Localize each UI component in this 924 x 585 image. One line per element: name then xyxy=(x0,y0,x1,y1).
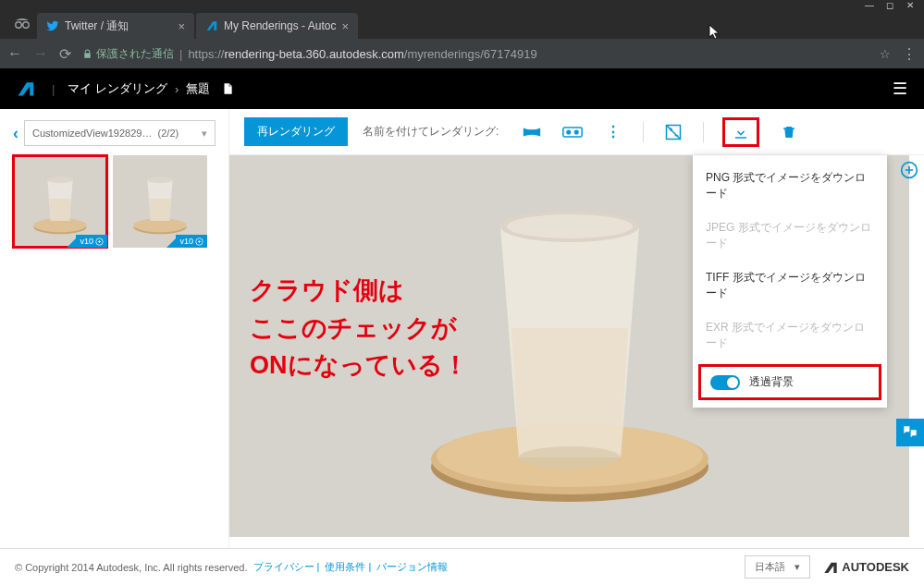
tab-title: Twitter / 通知 xyxy=(65,18,172,34)
download-tiff[interactable]: TIFF 形式でイメージをダウンロード xyxy=(693,261,887,311)
autodesk-icon xyxy=(205,19,218,32)
twitter-icon xyxy=(46,19,59,32)
svg-rect-10 xyxy=(563,127,582,136)
document-icon xyxy=(221,82,234,95)
chevron-down-icon: ▾ xyxy=(202,128,207,140)
minimize-button[interactable]: — xyxy=(859,0,880,9)
download-exr: EXR 形式でイメージをダウンロード xyxy=(693,311,887,360)
download-button[interactable] xyxy=(722,117,759,147)
close-window-button[interactable]: ✕ xyxy=(900,0,920,9)
url-field[interactable]: 保護された通信 | https://rendering-beta.360.aut… xyxy=(82,46,869,62)
download-jpeg: JPEG 形式でイメージをダウンロード xyxy=(693,211,887,261)
browser-tab-autodesk[interactable]: My Renderings - Autoc × xyxy=(196,13,358,39)
browser-tab-twitter[interactable]: Twitter / 通知 × xyxy=(37,13,194,39)
svg-point-12 xyxy=(574,129,579,134)
close-tab-icon[interactable]: × xyxy=(341,19,349,33)
exposure-icon[interactable] xyxy=(662,121,684,143)
stereo-icon[interactable] xyxy=(561,121,584,143)
star-icon[interactable]: ☆ xyxy=(880,47,891,61)
app-header: | マイ レンダリング › 無題 ☰ xyxy=(0,68,924,109)
saveas-label: 名前を付けてレンダリング: xyxy=(363,124,499,140)
version-badge: v10 xyxy=(176,235,207,248)
autodesk-logo-icon[interactable] xyxy=(17,79,35,98)
svg-point-0 xyxy=(16,21,21,27)
breadcrumb-root[interactable]: マイ レンダリング xyxy=(68,80,167,97)
download-menu: PNG 形式でイメージをダウンロード JPEG 形式でイメージをダウンロード T… xyxy=(693,155,887,408)
reload-button[interactable]: ⟳ xyxy=(59,45,71,63)
rerender-button[interactable]: 再レンダリング xyxy=(244,117,348,146)
breadcrumb: マイ レンダリング › 無題 xyxy=(68,80,234,97)
lock-icon xyxy=(82,49,92,59)
thumbnail-2[interactable]: v10 xyxy=(113,155,207,248)
incognito-icon xyxy=(7,17,37,32)
footer-link-version[interactable]: バージョン情報 xyxy=(376,561,448,572)
svg-point-1 xyxy=(23,21,29,27)
maximize-button[interactable]: ◻ xyxy=(880,0,900,9)
language-select[interactable]: 日本語 ▾ xyxy=(745,555,810,579)
forward-button[interactable]: → xyxy=(33,45,48,62)
download-png[interactable]: PNG 形式でイメージをダウンロード xyxy=(693,161,887,211)
add-button[interactable] xyxy=(900,161,918,184)
chevron-down-icon: ▾ xyxy=(795,561,800,573)
svg-point-18 xyxy=(507,214,633,238)
browser-tab-bar: Twitter / 通知 × My Renderings - Autoc × xyxy=(0,9,924,39)
toggle-switch[interactable] xyxy=(710,375,740,390)
version-badge: v10 xyxy=(76,235,107,248)
hamburger-menu-icon[interactable]: ☰ xyxy=(893,79,907,99)
chevron-right-icon: › xyxy=(175,82,179,96)
address-bar: ← → ⟳ 保護された通信 | https://rendering-beta.3… xyxy=(0,39,924,68)
copyright-text: © Copyright 2014 Autodesk, Inc. All righ… xyxy=(15,562,247,573)
svg-point-8 xyxy=(147,177,172,183)
footer-link-privacy[interactable]: プライバシー xyxy=(253,561,314,572)
toggle-label: 透過背景 xyxy=(749,374,794,390)
annotation-text: クラウド側は ここのチェックが ONになっている！ xyxy=(250,272,468,384)
breadcrumb-current: 無題 xyxy=(186,80,210,97)
window-controls: — ◻ ✕ xyxy=(0,0,924,9)
toolbar: 再レンダリング 名前を付けてレンダリング: ⋮ xyxy=(229,109,924,155)
back-arrow-icon[interactable]: ‹ xyxy=(13,124,18,143)
more-icon[interactable]: ⋮ xyxy=(602,121,624,143)
tab-title: My Renderings - Autoc xyxy=(224,19,336,32)
view-dropdown[interactable]: CustomizedView192829… (2/2) ▾ xyxy=(24,120,216,146)
autodesk-brand: AUTODESK xyxy=(823,560,909,575)
footer: © Copyright 2014 Autodesk, Inc. All righ… xyxy=(0,548,924,585)
svg-point-4 xyxy=(47,177,72,183)
browser-menu-icon[interactable]: ⋮ xyxy=(902,45,917,63)
back-button[interactable]: ← xyxy=(7,45,22,62)
footer-link-terms[interactable]: 使用条件 xyxy=(325,561,365,572)
transparent-bg-toggle-row[interactable]: 透過背景 xyxy=(698,364,881,400)
feedback-button[interactable] xyxy=(896,419,924,446)
thumbnail-1[interactable]: v10 xyxy=(13,155,107,248)
svg-point-11 xyxy=(567,129,572,134)
download-icon xyxy=(733,124,749,140)
close-tab-icon[interactable]: × xyxy=(178,19,185,33)
svg-point-19 xyxy=(519,446,621,469)
delete-button[interactable] xyxy=(778,121,800,143)
panorama-icon[interactable] xyxy=(521,121,543,143)
sidebar: ‹ CustomizedView192829… (2/2) ▾ v10 v10 xyxy=(0,109,229,548)
secure-badge: 保護された通信 xyxy=(82,46,174,62)
